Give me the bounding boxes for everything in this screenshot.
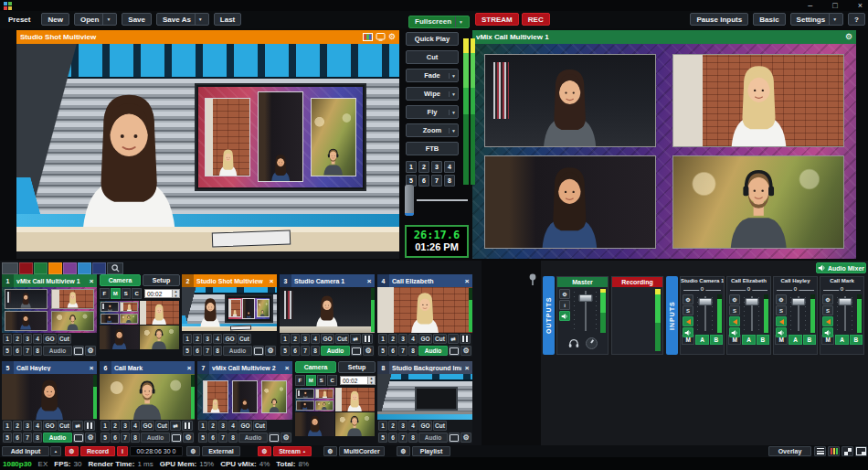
cut-button[interactable]: Cut: [433, 334, 447, 344]
fullscreen-monitor-icon[interactable]: [376, 33, 386, 41]
caller-thumbnail[interactable]: [335, 412, 375, 436]
stream-settings-gear-icon[interactable]: ⚙: [258, 446, 271, 456]
close-input-icon[interactable]: ×: [266, 277, 277, 285]
overlay-4-button[interactable]: 4: [33, 421, 42, 431]
program-video[interactable]: [472, 44, 856, 259]
pause-icon[interactable]: [362, 334, 373, 344]
go-button[interactable]: GO: [223, 334, 237, 344]
bus-b-button[interactable]: B: [757, 335, 769, 345]
playlist-settings-gear-icon[interactable]: ⚙: [397, 446, 410, 456]
input-header[interactable]: 7vMix Call Multiview 2×: [197, 361, 292, 374]
overlay-2-button[interactable]: 2: [111, 421, 120, 431]
overlay-4-button[interactable]: 4: [213, 334, 222, 344]
fullscreen-button[interactable]: Fullscreen▼: [408, 16, 470, 28]
mode-f-button[interactable]: F: [295, 375, 305, 386]
input-tile-5[interactable]: 5Call Hayley×1234GOCut⇄5678Audio⚙: [2, 361, 97, 443]
input-header[interactable]: 4Call Elizabeth×: [377, 274, 472, 287]
audio-toggle-button[interactable]: Audio: [43, 433, 72, 443]
mode-c-button[interactable]: C: [132, 288, 142, 299]
overlay-6-button[interactable]: 6: [13, 346, 22, 356]
mode-m-button[interactable]: M: [306, 375, 316, 386]
caller-thumbnail[interactable]: [140, 301, 179, 325]
overlay-3-button[interactable]: 3: [218, 421, 228, 431]
mode-f-button[interactable]: F: [100, 288, 110, 299]
overlay-2-button[interactable]: 2: [388, 334, 397, 344]
mixer-outputs-tab[interactable]: OUTPUTS: [543, 276, 555, 355]
setup-button[interactable]: Setup: [143, 274, 180, 286]
bus-b-button[interactable]: B: [850, 335, 863, 345]
toolbar-open-button[interactable]: Open▼: [74, 13, 117, 26]
go-button[interactable]: GO: [43, 421, 57, 431]
dropdown-arrow-icon[interactable]: ▼: [449, 128, 456, 134]
cut-button[interactable]: Cut: [253, 421, 267, 431]
overlay-3-button[interactable]: 3: [121, 421, 130, 431]
dropdown-arrow-icon[interactable]: ▼: [102, 14, 111, 25]
search-inputs-button[interactable]: [107, 262, 123, 274]
multicorder-settings-gear-icon[interactable]: ⚙: [323, 446, 337, 456]
overlay-8-button[interactable]: 8: [33, 433, 42, 443]
pan-slider[interactable]: 0: [820, 285, 863, 294]
input-thumbnail[interactable]: [377, 374, 472, 420]
preview-header[interactable]: Studio Shot Multiview ⚙: [16, 30, 399, 44]
pin-icon[interactable]: [528, 273, 537, 286]
setup-button[interactable]: Setup: [338, 361, 376, 373]
input-settings-gear-icon[interactable]: ⚙: [460, 433, 471, 443]
overlay-2-button[interactable]: 2: [388, 421, 397, 431]
close-input-icon[interactable]: ×: [461, 277, 472, 285]
channel-fader[interactable]: [836, 294, 853, 333]
overlay-5-button[interactable]: 5: [378, 433, 387, 443]
go-button[interactable]: GO: [418, 421, 432, 431]
transition-zoom-button[interactable]: Zoom▼: [406, 123, 459, 137]
close-input-icon[interactable]: ×: [184, 364, 195, 372]
overlay-1-button[interactable]: 1: [378, 421, 387, 431]
overlay-4-button[interactable]: 4: [33, 334, 42, 344]
channel-solo-button[interactable]: S: [776, 305, 787, 315]
overlay-6-button[interactable]: 6: [193, 346, 202, 356]
preview-settings-gear-icon[interactable]: ⚙: [388, 33, 396, 41]
overlay-number-2[interactable]: 2: [418, 161, 429, 173]
go-button[interactable]: GO: [321, 334, 334, 344]
overlay-3-button[interactable]: 3: [23, 421, 32, 431]
cut-button[interactable]: Cut: [238, 334, 251, 344]
fullscreen-monitor-icon[interactable]: [73, 433, 84, 443]
toolbar-pause-inputs-button[interactable]: Pause Inputs: [690, 13, 748, 26]
quick-play-button[interactable]: Quick Play: [406, 32, 459, 46]
master-settings-gear-icon[interactable]: ⚙: [559, 289, 570, 299]
input-header[interactable]: 2Studio Shot Multiview×: [182, 274, 277, 287]
overlay-3-button[interactable]: 3: [398, 334, 408, 344]
toolbar-help-button[interactable]: ?: [848, 13, 865, 26]
overlay-1-button[interactable]: 1: [183, 334, 192, 344]
bus-a-button[interactable]: A: [835, 335, 848, 345]
record-info-button[interactable]: i: [117, 446, 128, 456]
overlay-3-button[interactable]: 3: [23, 334, 32, 344]
cut-button[interactable]: Cut: [58, 334, 71, 344]
pause-icon[interactable]: [460, 334, 471, 344]
input-settings-gear-icon[interactable]: ⚙: [265, 346, 276, 356]
go-button[interactable]: GO: [141, 421, 154, 431]
fullscreen-monitor-icon[interactable]: [253, 346, 264, 356]
overlay-8-button[interactable]: 8: [408, 433, 418, 443]
overlay-2-button[interactable]: 2: [208, 421, 217, 431]
caller-thumbnail[interactable]: [335, 388, 375, 411]
channel-settings-gear-icon[interactable]: ⚙: [776, 294, 787, 304]
add-input-button[interactable]: Add Input: [2, 446, 49, 456]
overlay-3-button[interactable]: 3: [203, 334, 212, 344]
close-input-icon[interactable]: ×: [364, 277, 375, 285]
grid-view-button[interactable]: [842, 446, 853, 456]
overlay-5-button[interactable]: 5: [101, 433, 110, 443]
caller-thumbnail[interactable]: [295, 412, 334, 436]
close-input-icon[interactable]: ×: [461, 364, 472, 372]
overlay-5-button[interactable]: 5: [281, 346, 290, 356]
overlay-7-button[interactable]: 7: [203, 346, 212, 356]
input-thumbnail[interactable]: [100, 374, 195, 420]
input-tile-3[interactable]: 3Studio Camera 1×1234GOCut⇄5678Audio⚙: [280, 274, 375, 357]
input-thumbnail[interactable]: [280, 287, 375, 333]
close-input-icon[interactable]: ×: [281, 364, 292, 372]
overlay-number-4[interactable]: 4: [444, 161, 455, 173]
input-settings-gear-icon[interactable]: ⚙: [85, 346, 96, 356]
fullscreen-monitor-icon[interactable]: [73, 346, 84, 356]
close-input-icon[interactable]: ×: [86, 277, 97, 285]
spinner-arrows-icon[interactable]: ▲▼: [172, 290, 179, 297]
overlay-3-button[interactable]: 3: [301, 334, 310, 344]
transition-cut-button[interactable]: Cut: [406, 50, 459, 64]
